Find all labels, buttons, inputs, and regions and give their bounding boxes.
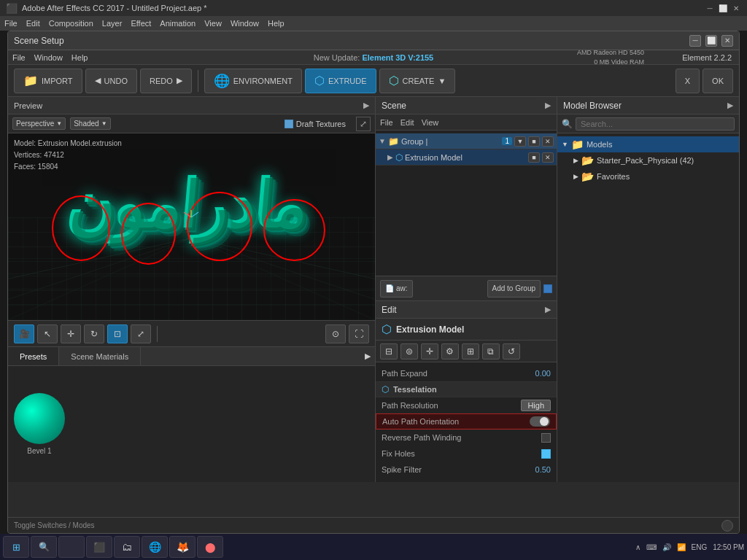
menu-view[interactable]: View bbox=[204, 19, 222, 28]
mb-expand-icon[interactable]: ▶ bbox=[727, 101, 733, 110]
item-vis-btn[interactable]: ■ bbox=[528, 152, 540, 163]
edit-tool-1[interactable]: ⊟ bbox=[380, 343, 398, 359]
favorites-item[interactable]: ▶ 📂 Favorites bbox=[557, 168, 739, 184]
ok-button[interactable]: OK bbox=[703, 69, 733, 93]
preview-expand-icon[interactable]: ▶ bbox=[363, 101, 369, 110]
rotate-btn[interactable]: ↻ bbox=[84, 324, 104, 343]
shaded-dropdown[interactable]: Shaded ▼ bbox=[70, 117, 110, 130]
search-input[interactable] bbox=[576, 117, 735, 131]
environment-button[interactable]: 🌐 ENVIRONMENT bbox=[204, 69, 302, 93]
starter-pack-item[interactable]: ▶ 📂 Starter_Pack_Physical (42) bbox=[557, 152, 739, 168]
menu-effect[interactable]: Effect bbox=[131, 19, 151, 28]
tabs-expand-btn[interactable]: ▶ bbox=[360, 347, 375, 365]
redo-button[interactable]: REDO ▶ bbox=[140, 69, 192, 93]
import-button[interactable]: 📁 IMPORT bbox=[14, 69, 82, 93]
ss-menu-help[interactable]: Help bbox=[71, 53, 88, 62]
group-vis-btn[interactable]: ■ bbox=[528, 136, 540, 147]
redo-label: REDO bbox=[150, 77, 173, 85]
task-fe[interactable]: 🗂 bbox=[114, 536, 140, 558]
preset-sphere bbox=[14, 393, 65, 444]
edit-tool-6[interactable]: ⧉ bbox=[482, 343, 500, 359]
select-btn[interactable]: ↖ bbox=[37, 324, 58, 343]
path-res-value[interactable]: High bbox=[521, 400, 551, 411]
menu-help[interactable]: Help bbox=[268, 19, 285, 28]
close-btn[interactable]: ✕ bbox=[731, 3, 741, 13]
ss-minimize-btn[interactable]: ─ bbox=[689, 35, 701, 47]
new-layer-btn[interactable]: 📄 aw: bbox=[380, 280, 413, 298]
menu-layer[interactable]: Layer bbox=[102, 19, 123, 28]
x-button[interactable]: X bbox=[676, 69, 700, 93]
task-search[interactable]: 🔍 bbox=[31, 536, 57, 558]
svg-line-13 bbox=[191, 212, 198, 217]
edit-tool-3[interactable]: ✛ bbox=[421, 343, 438, 359]
add-to-group-btn[interactable]: Add to Group bbox=[487, 280, 541, 298]
undo-label: UNDO bbox=[104, 77, 128, 85]
scene-file[interactable]: File bbox=[380, 118, 393, 127]
group-close-btn[interactable]: ✕ bbox=[542, 136, 554, 147]
perspective-dropdown[interactable]: Perspective ▼ bbox=[12, 117, 66, 130]
menu-window[interactable]: Window bbox=[231, 19, 259, 28]
draft-textures-toggle[interactable]: Draft Textures bbox=[285, 120, 346, 128]
group-dropdown-btn[interactable]: ▼ bbox=[514, 136, 526, 147]
task-ae[interactable]: ⬛ bbox=[86, 536, 112, 558]
taskbar-time: 12:50 PM bbox=[713, 543, 744, 551]
focus-btn[interactable]: ⊙ bbox=[325, 324, 346, 343]
scene-expand-icon[interactable]: ▶ bbox=[545, 101, 551, 110]
spike-filter-value[interactable]: 0.50 bbox=[535, 465, 551, 474]
edit-tool-5[interactable]: ⊞ bbox=[462, 343, 479, 359]
presets-tab[interactable]: Presets bbox=[8, 347, 59, 365]
task-ae2[interactable]: ⬤ bbox=[197, 536, 223, 558]
ss-close-btn[interactable]: ✕ bbox=[721, 35, 733, 47]
shaded-label: Shaded bbox=[74, 120, 98, 128]
scene-edit-menu[interactable]: Edit bbox=[400, 118, 414, 127]
undo-button[interactable]: ◀ UNDO bbox=[85, 69, 137, 93]
camera-btn[interactable]: 🎥 bbox=[14, 324, 34, 343]
tess-title: Tesselation bbox=[393, 385, 437, 394]
scene-view-menu[interactable]: View bbox=[422, 118, 439, 127]
ss-menu-file[interactable]: File bbox=[12, 53, 26, 62]
move-btn[interactable]: ✛ bbox=[61, 324, 81, 343]
task-chrome[interactable]: 🌐 bbox=[142, 536, 168, 558]
fix-holes-checkbox[interactable] bbox=[541, 449, 551, 459]
fullscreen-btn[interactable]: ⛶ bbox=[349, 324, 369, 343]
preset-bevel1[interactable]: Bevel 1 bbox=[14, 393, 65, 455]
path-expand-value[interactable]: 0.00 bbox=[535, 369, 551, 378]
menu-composition[interactable]: Composition bbox=[49, 19, 93, 28]
models-item[interactable]: ▼ 📁 Models bbox=[557, 136, 739, 152]
menu-animation[interactable]: Animation bbox=[160, 19, 196, 28]
transform-btn[interactable]: ⤢ bbox=[131, 324, 151, 343]
draft-checkbox[interactable] bbox=[285, 120, 293, 128]
create-button[interactable]: ⬡ CREATE ▼ bbox=[379, 69, 456, 93]
item-close-btn[interactable]: ✕ bbox=[542, 152, 554, 163]
bottom-tabs: Presets Scene Materials ▶ Bevel 1 bbox=[8, 346, 375, 482]
ss-maximize-btn[interactable]: ⬜ bbox=[705, 35, 717, 47]
scene-materials-tab[interactable]: Scene Materials bbox=[59, 347, 141, 365]
scene-extrusion-row[interactable]: ▶ ⬡ Extrusion Model ■ ✕ bbox=[376, 149, 557, 166]
edit-tool-4[interactable]: ⚙ bbox=[441, 343, 459, 359]
minimize-btn[interactable]: ─ bbox=[705, 3, 715, 13]
reverse-path-checkbox[interactable] bbox=[541, 433, 551, 443]
maximize-btn[interactable]: ⬜ bbox=[718, 3, 728, 13]
edit-model-icon: ⬡ bbox=[382, 322, 392, 336]
status-btn[interactable] bbox=[721, 520, 733, 532]
ss-menu-window[interactable]: Window bbox=[34, 53, 63, 62]
item-type-icon: ⬡ bbox=[395, 152, 403, 163]
task-firefox[interactable]: 🦊 bbox=[169, 536, 196, 558]
menu-file[interactable]: File bbox=[4, 19, 18, 28]
edit-tool-2[interactable]: ⊜ bbox=[400, 343, 418, 359]
add-group-checkbox[interactable] bbox=[543, 284, 552, 293]
start-btn[interactable]: ⊞ bbox=[3, 536, 29, 558]
menu-edit[interactable]: Edit bbox=[26, 19, 40, 28]
auto-path-toggle[interactable] bbox=[530, 416, 550, 427]
add-to-group-label: Add to Group bbox=[492, 284, 535, 292]
import-icon: 📁 bbox=[23, 74, 38, 88]
scene-group-row[interactable]: ▼ 📁 Group | 1 ▼ ■ ✕ bbox=[376, 133, 557, 149]
extrude-button[interactable]: ⬡ EXTRUDE bbox=[305, 69, 376, 93]
taskbar-up-arrow[interactable]: ∧ bbox=[635, 543, 640, 551]
viewport-expand-btn[interactable]: ⤢ bbox=[356, 117, 371, 131]
scale-btn[interactable]: ⊡ bbox=[107, 324, 128, 343]
viewport[interactable]: Model: Extrusion Model.extrusion Vertice… bbox=[8, 133, 375, 320]
edit-tool-7[interactable]: ↺ bbox=[503, 343, 520, 359]
edit-expand-icon[interactable]: ▶ bbox=[545, 305, 551, 314]
task-cortana[interactable] bbox=[58, 536, 85, 558]
